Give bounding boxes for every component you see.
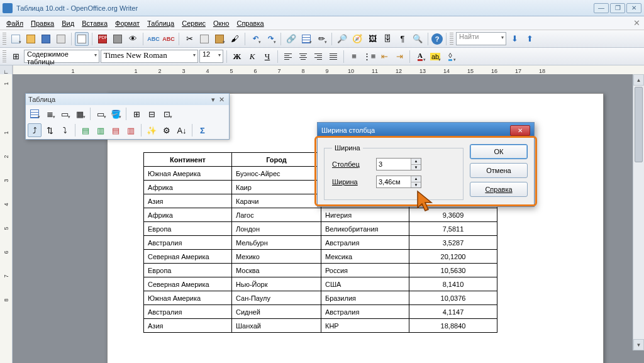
float-toolbar-close-icon[interactable]: ✕ <box>217 96 226 104</box>
table-cell[interactable]: 7,5811 <box>409 222 497 236</box>
align-center-button[interactable] <box>296 50 310 64</box>
table-row[interactable]: Северная АмерикаМехикоМексика20,1200 <box>144 250 497 264</box>
menu-insert[interactable]: Вставка <box>78 18 111 28</box>
table-cell[interactable]: Австралия <box>144 236 232 250</box>
table-cell[interactable]: 3,5287 <box>409 236 497 250</box>
toolbar-grip-3[interactable] <box>3 50 6 63</box>
indent-inc-button[interactable]: ⇥ <box>392 50 406 64</box>
nonprinting-button[interactable]: ¶ <box>396 32 409 46</box>
table-cell[interactable]: Сидней <box>232 305 321 319</box>
bg-color-button[interactable]: ▭ <box>94 107 108 121</box>
gallery-button[interactable]: 🖼 <box>365 32 379 46</box>
styles-button[interactable]: ⊞ <box>9 50 23 64</box>
sum-button[interactable]: Σ <box>196 123 209 137</box>
datasources-button[interactable]: 🗄 <box>380 32 394 46</box>
table-cell[interactable]: 4,1147 <box>409 305 497 319</box>
table-cell[interactable]: Карачи <box>232 194 321 208</box>
vertical-scrollbar[interactable]: ▲ ▼ <box>633 74 644 350</box>
table-row[interactable]: АвстралияМельбурнАвстралия3,5287 <box>144 236 497 250</box>
table-cell[interactable]: Каир <box>232 181 321 194</box>
width-spin-down[interactable]: ▼ <box>411 182 421 188</box>
table-cell[interactable]: США <box>321 277 409 291</box>
width-spinner[interactable]: ▲▼ <box>376 176 421 188</box>
line-style-button[interactable]: ≣ <box>43 107 57 121</box>
menu-file[interactable]: Файл <box>3 18 27 28</box>
center-valign-button[interactable]: ⇅ <box>43 123 57 137</box>
delete-row-button[interactable]: ▤ <box>109 123 123 137</box>
align-left-button[interactable] <box>281 50 295 64</box>
optimize-button[interactable]: ⊡ <box>160 107 174 121</box>
width-spin-up[interactable]: ▲ <box>411 176 421 182</box>
ok-button[interactable]: ОК <box>470 144 528 159</box>
table-cell[interactable]: Сан-Паулу <box>232 291 321 305</box>
spellcheck-button[interactable]: ABC <box>147 32 160 46</box>
table-header[interactable]: Город <box>232 153 321 167</box>
table-row[interactable]: Северная АмерикаНью-ЙоркСША8,1410 <box>144 277 497 291</box>
table-row[interactable]: АфрикаЛагосНигерия9,3609 <box>144 208 497 222</box>
scroll-up-button[interactable]: ▲ <box>633 74 644 86</box>
table-row[interactable]: АзияШанхайКНР18,8840 <box>144 319 497 333</box>
dialog-close-button[interactable]: ✕ <box>510 125 530 136</box>
maximize-button[interactable]: ❐ <box>610 3 625 13</box>
find-prev-button[interactable]: ⬆ <box>523 32 536 46</box>
autospell-button[interactable]: ABC <box>162 32 175 46</box>
doc-close-icon[interactable]: ✕ <box>633 18 640 28</box>
table-cell[interactable]: Нью-Йорк <box>232 277 321 291</box>
table-grid-button[interactable] <box>28 107 42 121</box>
vertical-ruler[interactable]: 112345678 <box>0 74 13 363</box>
close-button[interactable]: ✕ <box>626 3 641 13</box>
line-color-button[interactable]: ▭ <box>58 107 72 121</box>
table-cell[interactable]: 8,1410 <box>409 277 497 291</box>
table-cell[interactable]: 10,0376 <box>409 291 497 305</box>
width-input[interactable] <box>377 176 411 187</box>
help-dialog-button[interactable]: Справка <box>470 182 528 197</box>
table-cell[interactable]: Австралия <box>321 236 409 250</box>
table-cell[interactable]: Европа <box>144 222 232 236</box>
table-cell[interactable]: Северная Америка <box>144 250 232 264</box>
font-name-combo[interactable]: Times New Roman <box>101 50 198 63</box>
fill-button[interactable]: 🪣 <box>109 107 123 121</box>
float-toolbar-dropdown-icon[interactable]: ▾ <box>209 96 217 104</box>
open-button[interactable] <box>24 32 38 46</box>
find-next-button[interactable]: ⬇ <box>508 32 521 46</box>
menu-window[interactable]: Окно <box>209 18 233 28</box>
scroll-down-button[interactable]: ▼ <box>633 339 644 350</box>
dialog-titlebar[interactable]: Ширина столбца ✕ <box>318 123 534 138</box>
new-button[interactable] <box>9 32 23 46</box>
underline-button[interactable]: Ч <box>260 50 274 64</box>
table-props-button[interactable]: ⚙ <box>160 123 174 137</box>
table-cell[interactable]: 20,1200 <box>409 250 497 264</box>
bgcolor-button[interactable]: ◊ <box>443 50 457 64</box>
table-cell[interactable]: Мехико <box>232 250 321 264</box>
table-cell[interactable]: Северная Америка <box>144 277 232 291</box>
float-toolbar-title[interactable]: Таблица ▾ ✕ <box>26 94 229 105</box>
toolbar-grip-2[interactable] <box>450 33 453 45</box>
redo-button[interactable]: ↷ <box>264 32 277 46</box>
table-cell[interactable]: 18,8840 <box>409 319 497 333</box>
show-draw-button[interactable]: ✏ <box>314 32 328 46</box>
export-pdf-button[interactable]: PDF <box>96 32 109 46</box>
insert-col-button[interactable]: ▥ <box>94 123 108 137</box>
find-replace-button[interactable]: 🔎 <box>335 32 349 46</box>
cut-button[interactable]: ✂ <box>182 32 196 46</box>
table-cell[interactable]: Россия <box>321 264 409 277</box>
merge-cells-button[interactable]: ⊞ <box>130 107 143 121</box>
numbering-button[interactable]: ≡ <box>347 50 361 64</box>
insert-row-button[interactable]: ▤ <box>79 123 92 137</box>
save-button[interactable] <box>39 32 53 46</box>
table-cell[interactable]: 9,3609 <box>409 208 497 222</box>
table-cell[interactable]: Москва <box>232 264 321 277</box>
undo-button[interactable]: ↶ <box>248 32 262 46</box>
table-cell[interactable]: Африка <box>144 181 232 194</box>
bottom-align-button[interactable]: ⤵ <box>58 123 72 137</box>
menu-edit[interactable]: Правка <box>27 18 58 28</box>
italic-button[interactable]: К <box>245 50 259 64</box>
table-cell[interactable]: КНР <box>321 319 409 333</box>
bold-button[interactable]: Ж <box>230 50 244 64</box>
table-row[interactable]: ЕвропаМоскваРоссия10,5630 <box>144 264 497 277</box>
table-cell[interactable]: Южная Америка <box>144 291 232 305</box>
top-align-button[interactable]: ⤴ <box>28 123 42 137</box>
hyperlink-button[interactable]: 🔗 <box>284 32 298 46</box>
table-row[interactable]: ЕвропаЛондонВеликобритания7,5811 <box>144 222 497 236</box>
paragraph-style-combo[interactable]: Содержимое таблицы <box>24 50 99 63</box>
